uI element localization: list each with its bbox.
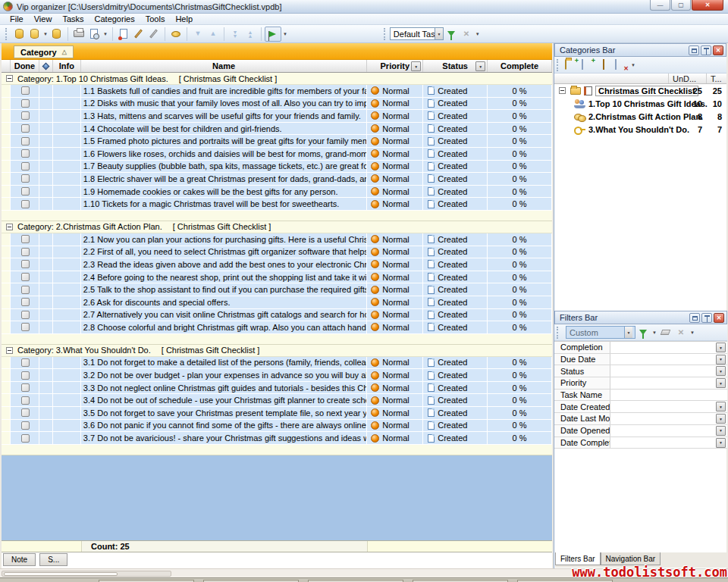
task-row[interactable]: 2.3 Read the ideas given above and add t… [2, 258, 552, 271]
done-checkbox[interactable] [21, 371, 30, 380]
task-row[interactable]: 1.9 Homemade cookies or cakes will be th… [2, 186, 552, 199]
task-row[interactable]: 3.2 Do not be over budget - plan your ex… [2, 369, 552, 382]
task-row[interactable]: 3.6 Do not panic if you cannot find some… [2, 420, 552, 433]
group-by-category-tab[interactable]: Category △ [14, 45, 74, 58]
task-row[interactable]: 2.1 Now you can plan your actions for pu… [2, 233, 552, 246]
task-row[interactable]: 1.3 Hats, mittens and scarves will be us… [2, 110, 552, 123]
edit-category-button[interactable] [598, 60, 610, 70]
task-row[interactable]: 1.10 Tickets for a magic Christmas trave… [2, 198, 552, 211]
filter-value-field[interactable] [610, 354, 727, 365]
done-checkbox[interactable] [21, 200, 30, 208]
tab-filters-bar[interactable]: Filters Bar [555, 552, 601, 565]
move-down-button[interactable]: ▼ [190, 27, 206, 42]
filter-dropdown-icon[interactable]: ▼ [716, 355, 726, 365]
menu-tools[interactable]: Tools [140, 14, 171, 25]
menu-view[interactable]: View [29, 14, 58, 25]
done-checkbox[interactable] [21, 99, 30, 108]
status-filter-dropdown-icon[interactable]: ▼ [475, 61, 485, 71]
task-row[interactable]: 3.1 Do not forget to make a detailed lis… [2, 357, 552, 370]
column-header-status[interactable]: Status▼ [423, 60, 488, 72]
done-checkbox[interactable] [21, 298, 30, 306]
done-checkbox[interactable] [21, 124, 30, 133]
close-button[interactable]: ✕ [692, 0, 723, 11]
filter-value-field[interactable] [610, 401, 727, 412]
filters-toolbar-dropdown-icon[interactable]: ▼ [690, 330, 695, 335]
column-header-complete[interactable]: Complete [488, 60, 552, 72]
task-row[interactable]: 2.5 Talk to the shop assistant to find o… [2, 283, 552, 296]
done-checkbox[interactable] [21, 174, 30, 183]
filter-value-field[interactable] [610, 413, 727, 424]
done-checkbox[interactable] [21, 149, 30, 158]
done-checkbox[interactable] [21, 111, 30, 120]
print-button[interactable] [71, 27, 86, 42]
print-preview-button[interactable] [86, 27, 102, 42]
minimize-button[interactable]: — [650, 0, 670, 11]
move-top-button[interactable]: ▲▲ [243, 27, 258, 42]
delete-category-button[interactable]: ✕ [615, 60, 627, 70]
done-checkbox[interactable] [21, 248, 30, 256]
task-row[interactable]: 3.7 Do not be avaricious! - share your C… [2, 432, 552, 445]
done-checkbox[interactable] [21, 323, 30, 331]
filter-dropdown-icon[interactable]: ▼ [716, 438, 726, 448]
category-group-row[interactable]: Category: 2.Christmas Gift Action Plan.[… [2, 221, 552, 233]
horizontal-scrollbar[interactable] [2, 571, 171, 577]
open-dropdown-icon[interactable]: ▼ [43, 32, 48, 36]
print-dropdown-icon[interactable]: ▼ [103, 32, 108, 36]
new-subcategory-button[interactable]: + [582, 60, 594, 70]
open-database-button[interactable] [27, 27, 42, 42]
task-row[interactable]: 1.6 Flowers like roses, orchids and dais… [2, 148, 552, 161]
filter-dropdown-icon[interactable]: ▼ [716, 426, 726, 436]
filter-value-field[interactable] [610, 390, 727, 401]
menu-file[interactable]: File [5, 14, 29, 25]
flag-dropdown-icon[interactable]: ▼ [283, 32, 287, 36]
apply-view-button[interactable] [444, 27, 459, 42]
done-checkbox[interactable] [21, 396, 30, 405]
task-row[interactable]: 2.2 First of all, you need to select Chr… [2, 246, 552, 259]
priority-filter-dropdown-icon[interactable]: ▼ [411, 61, 421, 71]
filters-close-button[interactable]: ✕ [714, 313, 724, 323]
filter-dropdown-icon[interactable]: ▼ [716, 414, 726, 424]
done-checkbox[interactable] [21, 421, 30, 430]
column-header-done[interactable]: Done [11, 60, 39, 72]
done-checkbox[interactable] [21, 273, 30, 281]
move-bottom-button[interactable]: ▼▼ [228, 27, 243, 42]
task-row[interactable]: 1.8 Electric shaver will be a great Chri… [2, 173, 552, 186]
task-view-combobox[interactable]: Default Task V ▼ [390, 27, 444, 40]
flag-button[interactable] [265, 27, 281, 42]
done-checkbox[interactable] [21, 187, 30, 196]
task-row[interactable]: 2.7 Alternatively you can visit online C… [2, 309, 552, 322]
column-undone[interactable]: UnD... [673, 74, 696, 83]
filter-value-field[interactable] [610, 437, 727, 449]
menu-categories[interactable]: Categories [89, 14, 140, 25]
task-row[interactable]: 3.5 Do not forget to save your Christmas… [2, 407, 552, 420]
apply-filter-button[interactable] [635, 325, 651, 340]
menu-tasks[interactable]: Tasks [57, 14, 89, 25]
delete-task-button[interactable] [146, 27, 162, 42]
done-checkbox[interactable] [21, 235, 30, 243]
tag-button[interactable] [168, 27, 184, 42]
category-tree-item[interactable]: 2.Christmas Gift Action Plan.88 [554, 110, 726, 123]
task-row[interactable]: 1.1 Baskets full of candies and fruit ar… [2, 85, 552, 98]
filters-restore-button[interactable] [689, 313, 700, 323]
filter-dropdown-icon[interactable]: ▼ [652, 330, 657, 335]
filter-value-field[interactable] [610, 425, 727, 436]
categories-restore-button[interactable] [689, 45, 699, 55]
done-checkbox[interactable] [21, 311, 30, 319]
done-checkbox[interactable] [21, 358, 30, 367]
remove-filter-button[interactable]: ✕ [673, 325, 689, 340]
filter-value-field[interactable] [610, 365, 727, 377]
categories-pin-button[interactable] [701, 45, 711, 55]
new-task-button[interactable] [116, 27, 131, 42]
category-tree-item[interactable]: 1.Top 10 Christmas Gift Ideas.1010 [554, 97, 726, 110]
collapse-icon[interactable] [559, 87, 566, 94]
task-row[interactable]: 1.4 Chocolate will be best for children … [2, 123, 552, 136]
filter-value-field[interactable] [610, 342, 727, 353]
column-header-priority[interactable]: Priority▼ [367, 60, 423, 72]
done-checkbox[interactable] [21, 286, 30, 294]
filters-pin-button[interactable] [701, 313, 712, 323]
done-checkbox[interactable] [21, 434, 30, 443]
column-total[interactable]: T... [711, 74, 722, 83]
tab-note[interactable]: Note [3, 553, 36, 566]
task-row[interactable]: 3.3 Do not neglect online Christmas gift… [2, 382, 552, 395]
category-tree-item[interactable]: 3.What You Shouldn't Do.77 [554, 123, 726, 136]
